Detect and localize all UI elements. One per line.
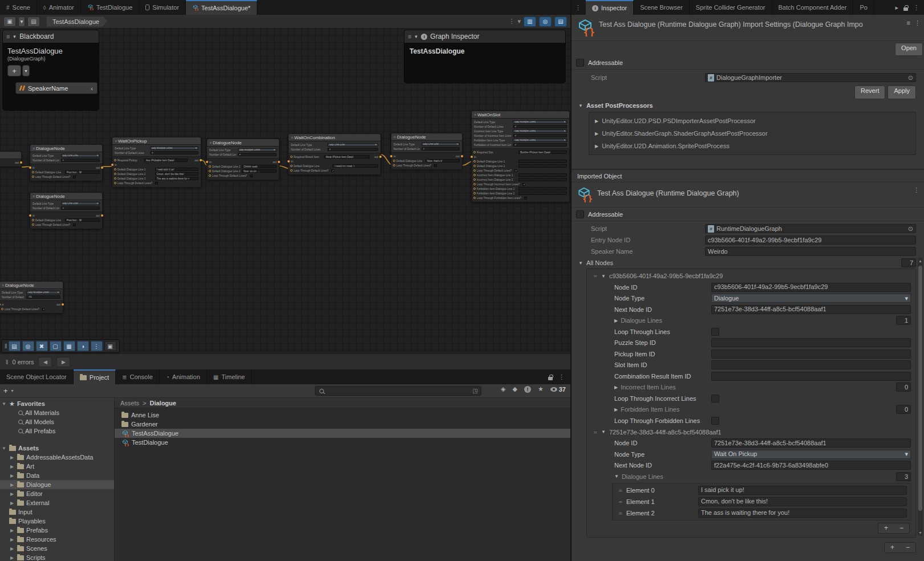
flow-out-port[interactable] (62, 303, 64, 306)
tree-all-materials[interactable]: All Materials (0, 408, 114, 417)
object-field[interactable]: Meat (Pickup Item Data) (324, 155, 370, 159)
add-property-button[interactable]: + (7, 65, 21, 76)
console-toggle[interactable]: ▤ (9, 341, 21, 351)
flow-out-port[interactable] (20, 161, 22, 164)
bool-port[interactable] (290, 169, 293, 172)
tab-testdialogue[interactable]: {}TestDialogue (81, 0, 140, 15)
split-toggle[interactable]: ▦ (63, 341, 75, 351)
graph-inspector-toggle[interactable]: ◎ (539, 17, 552, 27)
number-field[interactable]: 1 (422, 147, 460, 151)
object-field[interactable]: Ass (Pickable Item Data) (144, 158, 188, 162)
flow-out-port[interactable] (200, 159, 202, 161)
flow-out-port[interactable] (101, 214, 103, 217)
dropdown-control[interactable]: Say One Line▾ (61, 154, 100, 158)
line-field[interactable]: I said pick it up! (155, 168, 198, 172)
text-port[interactable] (473, 192, 476, 194)
speaker-name-field[interactable]: Weirdo (705, 247, 916, 256)
dropdown-control[interactable]: Say Multiple Lines▾ (26, 291, 60, 295)
runtime-script-field[interactable]: # RuntimeDialogueGraph ⊙ (705, 224, 916, 233)
text-port[interactable] (473, 178, 476, 181)
bool-port[interactable] (473, 197, 476, 199)
flow-out-port[interactable] (379, 156, 382, 158)
dropdown-control[interactable]: Say Multiple Lines▾ (513, 139, 567, 143)
element-field[interactable]: The ass is waiting there for you! (698, 509, 907, 518)
apply-button[interactable]: Apply (887, 86, 916, 99)
search-input[interactable]: ◳ (315, 386, 481, 396)
object-port[interactable] (290, 156, 293, 158)
add-element-button[interactable]: + (878, 523, 894, 533)
node-checkbox[interactable] (73, 223, 76, 226)
node-checkbox[interactable]: ✓ (522, 183, 525, 186)
all-nodes-count[interactable]: 7 (901, 258, 916, 267)
line-field[interactable]: The ass is waiting there for y (155, 177, 198, 181)
addressable-checkbox[interactable] (576, 59, 584, 67)
field-input[interactable]: 7251e73e-38d3-44ff-a8c5-bcf54088aaf1 (711, 305, 911, 314)
tree-addressableassetsdata[interactable]: ▶AddressableAssetsData (0, 453, 114, 462)
tab-batch-component-adder[interactable]: Batch Component Adder (772, 0, 854, 15)
node-entry-7251e73e-38d3-44ff-a8c5-bcf54088aaf1[interactable]: ＝▼7251e73e-38d3-44ff-a8c5-bcf54088aaf1 (587, 426, 915, 438)
tree-external[interactable]: ▶External (0, 498, 114, 507)
element-field[interactable]: Cmon, don't be like this! (698, 497, 907, 506)
remove-element-button[interactable]: − (900, 543, 915, 552)
text-port[interactable] (290, 165, 293, 167)
tree-dialogue[interactable]: ▶Dialogue (0, 480, 114, 489)
line-field[interactable] (518, 164, 567, 168)
dropdown-control[interactable]: Say One Line▾ (61, 202, 100, 206)
field-checkbox[interactable] (711, 417, 719, 425)
tab-testassdialogue[interactable]: {}TestAssDialogue* (186, 0, 257, 15)
collapse-field-icon[interactable]: ‹ (91, 85, 93, 92)
node-title-bar[interactable]: ≡DialogueNode (30, 193, 102, 200)
warnings-filter-icon[interactable]: ! (524, 386, 531, 393)
node-entry-c93b5606-401f-49a2-99b5-9ecbf1fa9c29[interactable]: ＝▼c93b5606-401f-49a2-99b5-9ecbf1fa9c29 (587, 270, 915, 282)
flow-in-port[interactable] (390, 155, 392, 157)
flow-in-port[interactable] (29, 214, 31, 217)
dialoguenode-node[interactable]: ≡DialogueNodeDefault Line TypeSay One Li… (30, 144, 103, 181)
node-title-bar[interactable]: ≡DialogueNode (207, 139, 279, 147)
expand-arrow-icon[interactable]: ▶ (9, 537, 15, 542)
add-property-dropdown-icon[interactable]: ▾ (22, 65, 30, 76)
expand-arrow-icon[interactable]: ▶ (9, 546, 15, 551)
number-field[interactable]: 2 (238, 153, 277, 157)
text-port[interactable] (473, 165, 476, 167)
foldout-closed-icon[interactable]: ▶ (595, 131, 598, 136)
lock-icon[interactable] (548, 377, 553, 380)
drag-handle-icon[interactable]: ＝ (593, 428, 598, 436)
number-field[interactable]: -55 (26, 295, 60, 299)
remove-element-button[interactable]: − (894, 523, 909, 533)
expand-arrow-icon[interactable]: ▶ (9, 482, 15, 487)
line-field[interactable]: I need my meat :) (333, 164, 378, 168)
bool-port[interactable] (114, 182, 116, 184)
text-port[interactable] (209, 165, 211, 168)
text-port[interactable] (32, 171, 34, 173)
object-port[interactable] (114, 159, 116, 161)
create-asset-button[interactable]: + (3, 387, 8, 395)
field-input[interactable]: 7251e73e-38d3-44ff-a8c5-bcf54088aaf1 (711, 438, 911, 448)
drag-handle-icon[interactable]: ＝ (618, 486, 623, 494)
text-port[interactable] (114, 177, 116, 180)
expand-arrow-icon[interactable]: ▶ (9, 491, 15, 497)
tab-timeline[interactable]: ▦Timeline (207, 369, 252, 384)
line-field[interactable]: Nice, that's it! (425, 159, 460, 163)
node-title-bar[interactable]: ≡DialogueNode (30, 145, 102, 152)
open-search-window-icon[interactable]: ◳ (473, 388, 478, 394)
collapse-icon[interactable]: ▼ (12, 34, 17, 39)
dialoguenode-node[interactable]: ≡DialogueNodeDefault Line TypeSay Multip… (0, 281, 63, 314)
tree-favorites[interactable]: ▼★Favorites (0, 399, 114, 408)
text-port[interactable] (393, 160, 395, 162)
more-icon[interactable]: ⋮ (913, 4, 919, 11)
node-checkbox[interactable]: ✓ (331, 169, 334, 172)
expand-arrow-icon[interactable]: ▶ (9, 528, 15, 533)
visible-count[interactable]: 37 (550, 386, 566, 393)
waitonpickup-node[interactable]: ≡WaitOnPickupDefault Line TypeSay Multip… (112, 137, 201, 188)
number-field[interactable]: 2 (513, 125, 567, 129)
dropdown-control[interactable]: Say Multiple Lines▾ (513, 120, 567, 124)
presets-icon[interactable]: ≡ (907, 19, 910, 27)
object-field[interactable]: Bonfire (Pickup Item Data) (518, 151, 567, 155)
more-icon[interactable]: ⋮ (913, 186, 919, 207)
flow-out-port[interactable] (101, 166, 103, 169)
line-field[interactable]: Now, go on, ... (242, 169, 277, 173)
next-error-button[interactable]: ▶ (56, 357, 70, 367)
dropdown-control[interactable]: Say One Line▾ (422, 143, 460, 147)
asset-testdialogue[interactable]: {}TestDialogue (115, 438, 570, 447)
line-field[interactable] (518, 187, 567, 191)
